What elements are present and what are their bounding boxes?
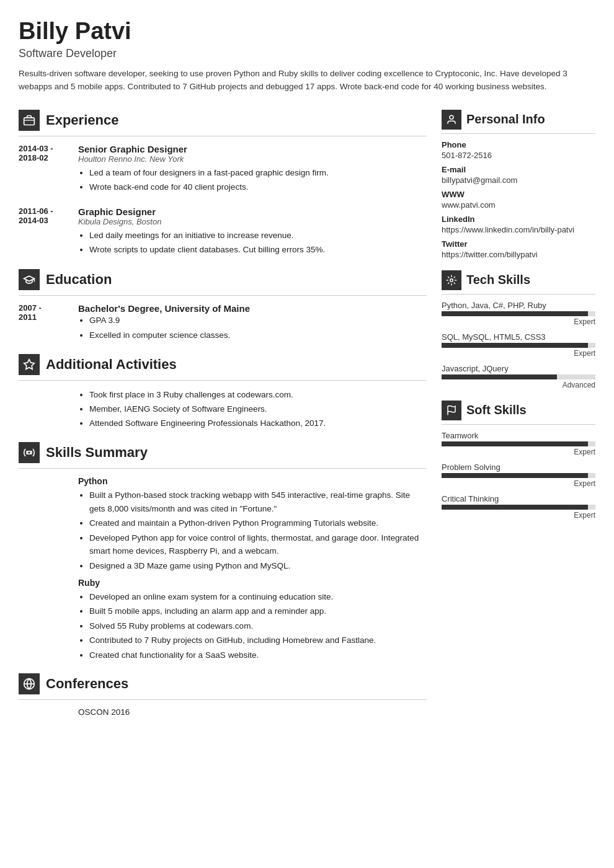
- list-item: Excelled in computer science classes.: [89, 329, 427, 342]
- education-date-1: 2007 - 2011: [19, 303, 68, 343]
- skills-summary-divider: [19, 468, 427, 469]
- soft-skills-title: Soft Skills: [466, 403, 527, 417]
- svg-point-8: [450, 278, 453, 281]
- conferences-title: Conferences: [46, 676, 128, 692]
- activities-header: Additional Activities: [19, 354, 427, 375]
- soft-skill-1-track: [442, 441, 595, 446]
- skills-summary-header: Skills Summary: [19, 442, 427, 463]
- linkedin-value: https://www.linkedin.com/in/billy-patvi: [442, 225, 595, 234]
- conferences-divider: [19, 699, 427, 700]
- svg-marker-3: [24, 360, 35, 370]
- twitter-value: https://twitter.com/billypatvi: [442, 250, 595, 259]
- soft-skills-section: Soft Skills Teamwork Expert Problem Solv…: [442, 401, 595, 520]
- linkedin-label: LinkedIn: [442, 215, 595, 224]
- tech-skill-2: SQL, MySQL, HTML5, CSS3 Expert: [442, 332, 595, 358]
- list-item: Built a Python-based stock tracking weba…: [89, 489, 427, 515]
- education-bullets-1: GPA 3.9 Excelled in computer science cla…: [78, 314, 427, 342]
- main-columns: Experience 2014-03 - 2018-02 Senior Grap…: [19, 110, 595, 728]
- tech-skills-divider: [442, 294, 595, 294]
- list-item: Wrote back-end code for 40 client projec…: [89, 180, 427, 194]
- list-item: Created chat functionality for a SaaS we…: [89, 649, 427, 662]
- experience-bullets-1: Led a team of four designers in a fast-p…: [78, 166, 427, 194]
- experience-entry-2: 2011-06 - 2014-03 Graphic Designer Kibul…: [19, 206, 427, 258]
- soft-skill-2-label: Problem Solving: [442, 463, 595, 472]
- tech-skill-1-track: [442, 311, 595, 316]
- experience-divider: [19, 136, 427, 136]
- email-value: billypatvi@gmail.com: [442, 175, 595, 185]
- tech-skill-3-track: [442, 374, 595, 379]
- list-item: Built 5 mobile apps, including an alarm …: [89, 604, 427, 618]
- email-label: E-mail: [442, 165, 595, 174]
- tech-skill-3-label: Javascript, JQuery: [442, 364, 595, 373]
- soft-skill-2-track: [442, 473, 595, 478]
- experience-content-2: Graphic Designer Kibula Designs, Boston …: [78, 206, 427, 258]
- list-item: Led daily meetings for an initiative to …: [89, 229, 427, 242]
- svg-rect-0: [24, 117, 35, 125]
- soft-skill-2-level: Expert: [442, 479, 595, 488]
- experience-date-1: 2014-03 - 2018-02: [19, 144, 68, 195]
- experience-date-2: 2011-06 - 2014-03: [19, 206, 68, 258]
- list-item: Developed Python app for voice control o…: [89, 531, 427, 558]
- conferences-icon: [19, 673, 40, 694]
- tech-skill-2-level: Expert: [442, 349, 595, 358]
- experience-title: Experience: [46, 112, 118, 128]
- right-column: Personal Info Phone 501-872-2516 E-mail …: [442, 110, 595, 728]
- tech-skill-2-track: [442, 343, 595, 348]
- conferences-section: Conferences OSCON 2016: [19, 673, 427, 717]
- list-item: Wrote scripts to update client databases…: [89, 243, 427, 257]
- education-title: Education: [46, 272, 112, 288]
- activities-title: Additional Activities: [46, 356, 177, 373]
- experience-company-2: Kibula Designs, Boston: [78, 217, 427, 226]
- www-label: WWW: [442, 190, 595, 199]
- experience-bullets-2: Led daily meetings for an initiative to …: [78, 229, 427, 257]
- experience-icon: [19, 110, 40, 131]
- education-section: Education 2007 - 2011 Bachelor's Degree,…: [19, 269, 427, 343]
- activities-divider: [19, 380, 427, 381]
- tech-skill-1: Python, Java, C#, PHP, Ruby Expert: [442, 301, 595, 326]
- activities-section: Additional Activities Took first place i…: [19, 354, 427, 431]
- resume-page: Billy Patvi Software Developer Results-d…: [0, 0, 614, 746]
- skill-bullets-ruby: Developed an online exam system for a co…: [78, 590, 427, 662]
- soft-skills-header: Soft Skills: [442, 401, 595, 420]
- education-entry-1: 2007 - 2011 Bachelor's Degree, Universit…: [19, 303, 427, 343]
- soft-skill-1-fill: [442, 441, 588, 446]
- personal-info-title: Personal Info: [466, 112, 545, 126]
- list-item: Developed an online exam system for a co…: [89, 590, 427, 604]
- tech-skill-3: Javascript, JQuery Advanced: [442, 364, 595, 389]
- skill-group-python-title: Python: [78, 476, 427, 486]
- skills-summary-title: Skills Summary: [46, 445, 148, 461]
- soft-skill-1: Teamwork Expert: [442, 431, 595, 456]
- experience-section: Experience 2014-03 - 2018-02 Senior Grap…: [19, 110, 427, 258]
- candidate-title: Software Developer: [19, 47, 595, 60]
- soft-skill-2: Problem Solving Expert: [442, 463, 595, 488]
- soft-skill-3-level: Expert: [442, 511, 595, 520]
- tech-skills-title: Tech Skills: [466, 273, 530, 287]
- phone-value: 501-872-2516: [442, 151, 595, 160]
- candidate-summary: Results-driven software developer, seeki…: [19, 68, 595, 94]
- experience-job-title-1: Senior Graphic Designer: [78, 144, 427, 154]
- list-item: Designed a 3D Maze game using Python and…: [89, 559, 427, 573]
- svg-point-7: [450, 115, 453, 119]
- tech-skills-header: Tech Skills: [442, 270, 595, 290]
- list-item: GPA 3.9: [89, 314, 427, 327]
- list-item: Attended Software Engineering Profession…: [89, 417, 427, 431]
- soft-skill-3-fill: [442, 505, 588, 510]
- candidate-name: Billy Patvi: [19, 19, 595, 45]
- education-degree-1: Bachelor's Degree, University of Maine: [78, 303, 427, 314]
- skill-group-ruby-title: Ruby: [78, 578, 427, 588]
- www-value: www.patvi.com: [442, 200, 595, 210]
- soft-skill-3-track: [442, 505, 595, 510]
- soft-skill-3-label: Critical Thinking: [442, 494, 595, 503]
- skill-bullets-python: Built a Python-based stock tracking weba…: [78, 489, 427, 573]
- personal-info-icon: [442, 110, 461, 130]
- experience-job-title-2: Graphic Designer: [78, 206, 427, 217]
- list-item: Contributed to 7 Ruby projects on GitHub…: [89, 634, 427, 647]
- tech-skill-3-fill: [442, 374, 557, 379]
- experience-content-1: Senior Graphic Designer Houlton Renno In…: [78, 144, 427, 195]
- education-content-1: Bachelor's Degree, University of Maine G…: [78, 303, 427, 343]
- soft-skill-1-label: Teamwork: [442, 431, 595, 440]
- list-item: Created and maintain a Python-driven Pyt…: [89, 516, 427, 530]
- list-item: Member, IAENG Society of Software Engine…: [89, 402, 427, 417]
- tech-skill-1-label: Python, Java, C#, PHP, Ruby: [442, 301, 595, 310]
- education-header: Education: [19, 269, 427, 290]
